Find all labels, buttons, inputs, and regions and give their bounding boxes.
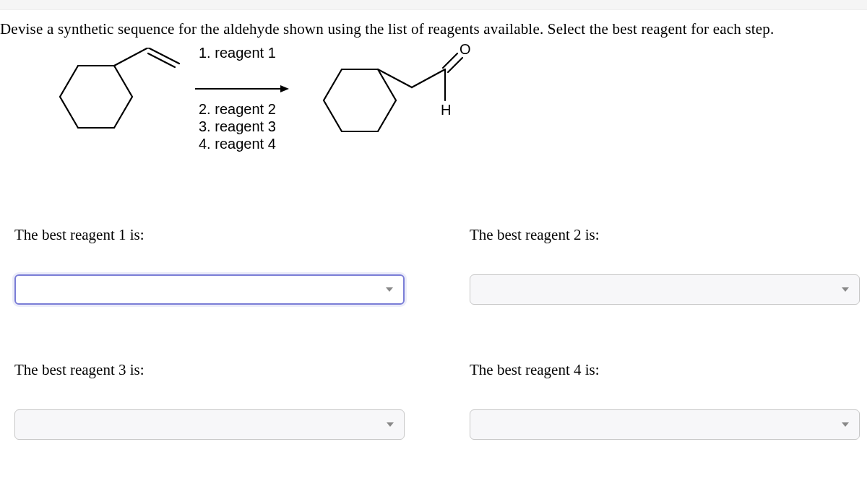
reagent-2-select[interactable] xyxy=(470,274,860,305)
svg-line-8 xyxy=(412,69,445,87)
svg-marker-6 xyxy=(324,69,396,131)
svg-marker-5 xyxy=(280,85,289,92)
oxygen-atom-label: O xyxy=(460,44,471,57)
reagent-step-4-label: 4. reagent 4 xyxy=(199,135,276,152)
reagent-4-block: The best reagent 4 is: xyxy=(470,361,860,496)
reagent-3-prompt: The best reagent 3 is: xyxy=(14,361,405,379)
reagent-3-select[interactable] xyxy=(14,409,405,440)
reagent-1-block: The best reagent 1 is: xyxy=(14,226,405,361)
reagent-4-select[interactable] xyxy=(470,409,860,440)
reagent-step-2-label: 2. reagent 2 xyxy=(199,100,276,118)
answer-grid: The best reagent 1 is: The best reagent … xyxy=(0,226,867,496)
reagent-2-block: The best reagent 2 is: xyxy=(470,226,860,361)
starting-material-structure xyxy=(36,48,181,142)
chevron-down-icon xyxy=(387,422,394,427)
reagent-4-prompt: The best reagent 4 is: xyxy=(470,361,860,379)
reagent-2-prompt: The best reagent 2 is: xyxy=(470,226,860,244)
question-text: Devise a synthetic sequence for the alde… xyxy=(0,10,867,38)
reagent-1-prompt: The best reagent 1 is: xyxy=(14,226,405,244)
top-bar xyxy=(0,0,867,10)
chevron-down-icon xyxy=(386,287,393,292)
chevron-down-icon xyxy=(842,287,849,292)
svg-marker-0 xyxy=(60,66,132,128)
reagent-step-3-label: 3. reagent 3 xyxy=(199,118,276,135)
reaction-arrow xyxy=(195,82,289,96)
product-structure: O H xyxy=(309,44,475,145)
reaction-scheme: 1. reagent 1 2. reagent 2 3. reagent 3 4… xyxy=(0,44,867,174)
reagent-3-block: The best reagent 3 is: xyxy=(14,361,405,496)
reagent-step-1-label: 1. reagent 1 xyxy=(199,44,276,61)
reagent-1-select[interactable] xyxy=(14,274,405,305)
hydrogen-atom-label: H xyxy=(441,102,451,118)
svg-line-1 xyxy=(114,48,148,66)
svg-line-3 xyxy=(148,53,175,67)
chevron-down-icon xyxy=(842,422,849,427)
reagent-steps-2-4-label: 2. reagent 2 3. reagent 3 4. reagent 4 xyxy=(199,100,276,152)
